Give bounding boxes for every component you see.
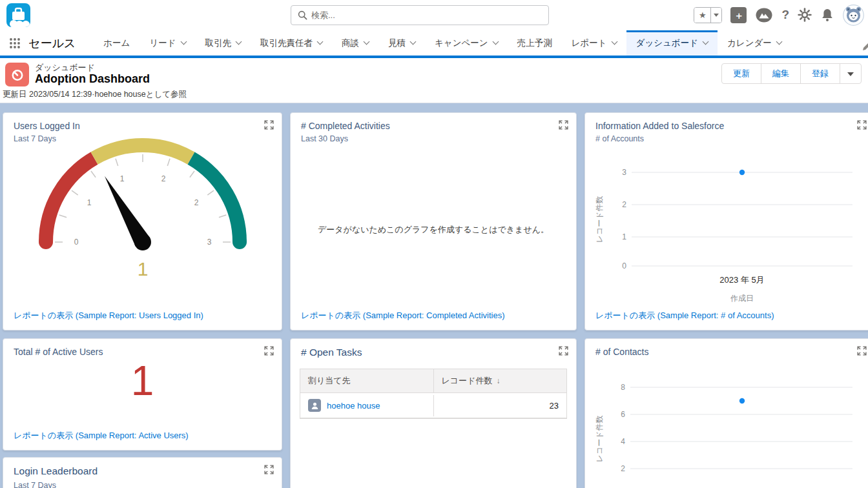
chevron-down-icon: [410, 39, 417, 45]
y-axis-ticks: 3 2 1 0: [622, 168, 626, 270]
tab-leads[interactable]: リード: [140, 30, 195, 56]
column-header-record-count[interactable]: レコード件数: [433, 369, 567, 392]
favorites-star-icon[interactable]: [694, 8, 710, 23]
tab-home[interactable]: ホーム: [94, 30, 140, 56]
svg-text:0: 0: [622, 261, 626, 270]
view-report-link[interactable]: レポートの表示 (Sample Report: Active Users): [14, 430, 189, 442]
view-report-link[interactable]: レポートの表示 (Sample Report: Completed Activi…: [301, 310, 504, 321]
briefcase-cloud-glyph: [6, 3, 30, 27]
user-avatar-icon: [308, 399, 321, 412]
svg-text:6: 6: [621, 410, 625, 419]
notifications-bell-icon[interactable]: [820, 8, 834, 23]
chevron-down-icon: [236, 39, 242, 45]
view-report-link[interactable]: レポートの表示 (Sample Report: # of Accounts): [595, 310, 774, 321]
gauge-chart: 0 1 1 2 2 3 1: [20, 118, 265, 281]
svg-text:3: 3: [207, 238, 211, 247]
dashboard-canvas: Users Logged In Last 7 Days: [0, 103, 868, 488]
nav-edit-pencil-icon[interactable]: [862, 43, 868, 52]
trailhead-icon[interactable]: [755, 7, 773, 23]
gauge-glyph: [10, 68, 25, 82]
column-header-assignee[interactable]: 割り当て先: [300, 369, 433, 392]
widget-title: # Open Tasks: [301, 347, 362, 358]
svg-text:2: 2: [622, 200, 626, 209]
y-axis-ticks: 8 6 4 2: [621, 383, 625, 473]
tab-opportunities[interactable]: 商談: [332, 30, 378, 56]
gauge-needle: [105, 176, 151, 250]
widget-number-of-contacts: # of Contacts 8 6 4 2 レコード件数: [584, 338, 868, 488]
svg-text:1: 1: [622, 232, 626, 241]
y-axis-title: レコード件数: [595, 416, 604, 463]
widget-title: Information Added to Salesforce: [595, 121, 724, 131]
data-point: [739, 170, 745, 175]
chevron-down-icon: [703, 39, 709, 45]
global-actions-icon[interactable]: [730, 7, 747, 23]
tab-forecasts[interactable]: 売上予測: [508, 30, 562, 56]
widget-title: # of Contacts: [595, 347, 649, 357]
view-report-link[interactable]: レポートの表示 (Sample Report: Users Logged In): [14, 310, 203, 321]
user-avatar[interactable]: [843, 5, 864, 26]
dashboard-entity-icon: [5, 63, 29, 86]
expand-icon[interactable]: [264, 120, 274, 130]
svg-text:2: 2: [194, 198, 198, 207]
record-count-cell: 23: [433, 395, 567, 416]
expand-icon[interactable]: [559, 346, 568, 356]
help-icon[interactable]: [781, 8, 789, 22]
widget-subtitle: Last 30 Days: [301, 134, 348, 143]
app-launcher-icon[interactable]: [9, 37, 21, 49]
favorites-caret-icon[interactable]: [710, 8, 721, 23]
widget-information-added: Information Added to Salesforce # of Acc…: [584, 112, 868, 330]
widget-login-leaderboard: Login Leaderboard Last 7 Days: [3, 457, 282, 488]
widget-open-tasks: # Open Tasks 割り当て先 レコード件数: [290, 338, 577, 488]
tab-quotes[interactable]: 見積: [378, 30, 425, 56]
widget-title: # Completed Activities: [301, 121, 390, 131]
expand-icon[interactable]: [559, 120, 568, 130]
widget-title: Total # of Active Users: [14, 347, 103, 357]
table-header-row: 割り当て先 レコード件数: [300, 369, 566, 393]
tab-reports[interactable]: レポート: [562, 30, 626, 56]
svg-text:3: 3: [622, 168, 626, 177]
widget-users-logged-in: Users Logged In Last 7 Days: [3, 112, 282, 330]
global-header: [0, 0, 868, 30]
header-utility-icons: [694, 5, 864, 25]
assignee-cell: hoehoe house: [300, 393, 433, 418]
app-nav-bar: セールス ホーム リード 取引先 取引先責任者 商談 見積 キャンペーン 売上予…: [0, 30, 868, 58]
edit-button[interactable]: 編集: [761, 63, 801, 84]
search-icon: [298, 10, 307, 20]
y-axis-title: レコード件数: [595, 196, 604, 243]
tab-accounts[interactable]: 取引先: [196, 30, 251, 56]
chevron-down-icon: [492, 39, 499, 45]
tab-contacts[interactable]: 取引先責任者: [251, 30, 332, 56]
table-row: hoehoe house 23: [300, 393, 566, 418]
dashboard-page-header: ダッシュボード Adoption Dashboard 更新日 2023/05/1…: [0, 58, 868, 103]
page-title: Adoption Dashboard: [35, 72, 150, 86]
tab-campaigns[interactable]: キャンペーン: [425, 30, 508, 56]
svg-text:2: 2: [161, 174, 165, 183]
svg-text:4: 4: [621, 437, 625, 446]
refresh-button[interactable]: 更新: [721, 63, 761, 84]
tab-dashboards[interactable]: ダッシュボード: [626, 30, 718, 56]
expand-icon[interactable]: [857, 120, 867, 130]
gauge-value: 1: [137, 258, 148, 280]
chevron-down-icon: [180, 39, 187, 45]
expand-icon[interactable]: [264, 346, 274, 356]
tasks-table: 割り当て先 レコード件数 hoehoe house: [300, 369, 567, 419]
expand-icon[interactable]: [857, 346, 867, 356]
more-actions-button[interactable]: [840, 63, 862, 84]
header-actions: 更新 編集 登録: [721, 63, 862, 84]
widget-total-active-users: Total # of Active Users 1 レポートの表示 (Sampl…: [3, 338, 282, 451]
svg-text:2: 2: [621, 464, 625, 473]
chevron-down-icon: [364, 39, 370, 45]
svg-text:1: 1: [119, 174, 124, 183]
setup-gear-icon[interactable]: [798, 8, 812, 22]
global-search[interactable]: [291, 5, 549, 25]
tab-calendar[interactable]: カレンダー: [718, 30, 791, 56]
subscribe-button[interactable]: 登録: [800, 63, 840, 84]
widget-subtitle: Last 7 Days: [14, 481, 56, 488]
no-data-message: データがないためこのグラフを作成することはできません。: [291, 224, 576, 236]
salesforce-app: セールス ホーム リード 取引先 取引先責任者 商談 見積 キャンペーン 売上予…: [0, 0, 868, 488]
expand-icon[interactable]: [264, 465, 274, 474]
x-category-label: 2023 年 5月: [719, 275, 764, 285]
search-input[interactable]: [311, 10, 548, 20]
assignee-link[interactable]: hoehoe house: [327, 401, 380, 411]
sort-desc-icon: [496, 376, 500, 385]
